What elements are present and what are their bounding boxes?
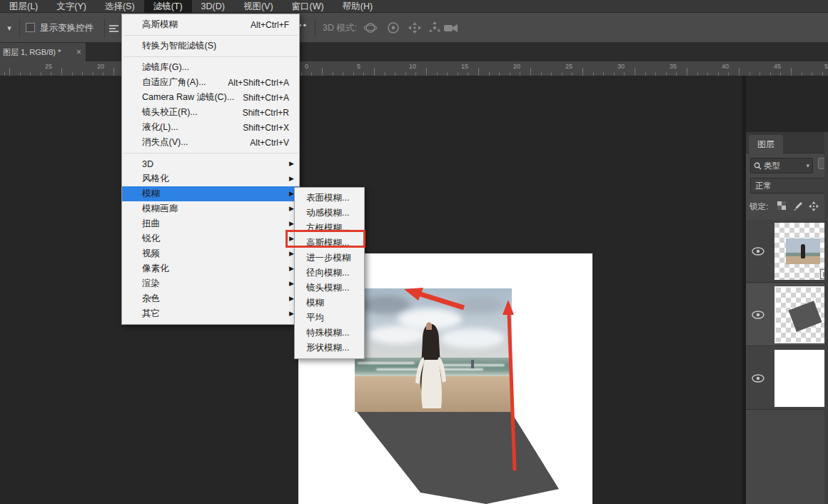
filter-menu-item[interactable]: 转换为智能滤镜(S) [122, 39, 299, 54]
menubar-item[interactable]: 选择(S) [96, 0, 144, 13]
blur-submenu-item[interactable]: 镜头模糊... [295, 281, 364, 296]
filter-menu-item[interactable]: 杂色▶ [122, 291, 299, 306]
zoom-3d-icon[interactable] [443, 21, 460, 38]
blur-submenu-item[interactable]: 高斯模糊... [295, 236, 364, 251]
tool-preset-dropdown[interactable]: ▾ [2, 20, 16, 36]
tab-layers[interactable]: 图层 [749, 135, 783, 153]
blur-submenu-item[interactable]: 径向模糊... [295, 266, 364, 281]
layer-thumbnail-shape[interactable] [774, 286, 828, 343]
lock-transparency-icon[interactable] [777, 201, 786, 211]
layer-row-background[interactable] [746, 347, 828, 410]
blur-submenu-item[interactable]: 平均 [295, 311, 364, 326]
ruler-label: 45 [774, 63, 781, 70]
filter-menu-item[interactable]: 消失点(V)...Alt+Ctrl+V [122, 135, 299, 150]
ruler-label: 30 [617, 63, 625, 70]
blend-mode-row: 正常 [746, 178, 828, 195]
filter-menu-item[interactable]: 扭曲▶ [122, 216, 299, 231]
blur-submenu-item[interactable]: 形状模糊... [295, 341, 364, 356]
slide-3d-icon[interactable] [427, 21, 443, 38]
chevron-down-icon: ▾ [806, 162, 809, 169]
photo-woman-figure [355, 288, 512, 412]
blend-mode-value: 正常 [755, 181, 772, 190]
rotate-3d-icon[interactable] [363, 21, 378, 38]
document-tab[interactable]: 图层 1, RGB/8) * × [0, 43, 86, 61]
filter-menu-item[interactable]: 镜头校正(R)...Shift+Ctrl+R [122, 105, 299, 120]
ruler-label: 25 [45, 63, 52, 70]
menubar-item[interactable]: 视图(V) [234, 0, 283, 13]
menubar-item[interactable]: 3D(D) [192, 0, 234, 13]
menu-item-shortcut: Alt+Ctrl+V [250, 138, 292, 148]
menubar-item[interactable]: 帮助(H) [333, 0, 382, 13]
menu-item-shortcut: Alt+Ctrl+F [251, 20, 292, 30]
menu-item-label: 模糊 [142, 188, 292, 200]
filter-menu-item[interactable]: 模糊画廊▶ [122, 201, 299, 216]
layer-filter-row: 类型 ▾ [746, 158, 828, 175]
menubar-item[interactable]: 图层(L) [0, 0, 47, 13]
submenu-arrow-icon: ▶ [289, 175, 294, 182]
menu-item-label: 杂色 [142, 293, 292, 305]
layer-thumbnail-white[interactable] [774, 350, 828, 407]
visibility-eye-icon[interactable] [752, 309, 764, 322]
filter-menu-item[interactable]: 视频▶ [122, 246, 299, 261]
lock-paint-icon[interactable] [793, 201, 802, 212]
ruler-label: 10 [409, 63, 416, 70]
layer-row-gray-shape[interactable] [746, 283, 828, 346]
submenu-arrow-icon: ▶ [289, 250, 294, 257]
lock-row: 锁定: [746, 199, 828, 215]
blend-mode-dropdown[interactable]: 正常 [750, 178, 828, 193]
filter-menu-item[interactable]: 风格化▶ [122, 171, 299, 186]
blur-submenu-item[interactable]: 表面模糊... [295, 191, 364, 206]
ruler-label: 0 [305, 63, 308, 70]
layer-thumbnail-photo[interactable] [774, 223, 828, 280]
submenu-arrow-icon: ▶ [289, 220, 294, 227]
3d-mode-label: 3D 模式: [323, 22, 357, 34]
blur-submenu-item[interactable]: 模糊 [295, 296, 364, 311]
filter-menu-item[interactable]: 像素化▶ [122, 261, 299, 276]
filter-menu-item[interactable]: 高斯模糊Alt+Ctrl+F [122, 17, 299, 32]
lock-label: 锁定: [749, 201, 768, 212]
menu-item-label: 转换为智能滤镜(S) [142, 40, 292, 52]
filter-menu-item[interactable]: 3D▶ [122, 156, 299, 171]
blur-submenu-item[interactable]: 进一步模糊 [295, 251, 364, 266]
ruler-label: 50 [824, 63, 828, 70]
submenu-arrow-icon: ▶ [289, 280, 294, 287]
roll-3d-icon[interactable] [385, 21, 401, 38]
menu-item-label: Camera Raw 滤镜(C)... [142, 91, 243, 104]
beach-photo-layer-content[interactable] [355, 288, 512, 412]
filter-menu-item[interactable]: 模糊▶ [122, 186, 299, 201]
menu-item-shortcut: Shift+Ctrl+X [243, 123, 292, 133]
filter-menu-item[interactable]: 渲染▶ [122, 276, 299, 291]
layer-row-smart-object[interactable] [746, 220, 828, 283]
filter-menu-item[interactable]: 液化(L)...Shift+Ctrl+X [122, 120, 299, 135]
menu-item-shortcut: Shift+Ctrl+R [243, 108, 292, 118]
menu-item-label: 像素化 [142, 263, 292, 275]
blur-submenu-item[interactable]: 特殊模糊... [295, 326, 364, 341]
drag-3d-icon[interactable] [407, 21, 423, 38]
show-transform-label: 显示变换控件 [40, 22, 94, 34]
filter-menu-item[interactable]: 锐化▶ [122, 231, 299, 246]
blur-submenu-popup: 表面模糊...动感模糊...方框模糊...高斯模糊...进一步模糊径向模糊...… [294, 187, 365, 359]
submenu-arrow-icon: ▶ [289, 265, 294, 272]
blur-submenu-item[interactable]: 动感模糊... [295, 206, 364, 221]
filter-menu-item[interactable]: 其它▶ [122, 306, 299, 321]
layer-filter-dropdown[interactable]: 类型 ▾ [750, 158, 813, 173]
show-transform-checkbox[interactable] [26, 23, 35, 32]
menu-item-label: 渲染 [142, 278, 292, 290]
photoshop-window: 图层(L)文字(Y)选择(S)滤镜(T)3D(D)视图(V)窗口(W)帮助(H)… [0, 0, 828, 504]
filter-menu-popup: 高斯模糊Alt+Ctrl+F转换为智能滤镜(S)滤镜库(G)...自适应广角(A… [121, 14, 300, 325]
ruler-label: 15 [461, 63, 468, 70]
align-icon[interactable] [109, 24, 120, 36]
menubar-item[interactable]: 滤镜(T) [144, 0, 192, 13]
lock-move-icon[interactable] [809, 201, 819, 213]
visibility-eye-icon[interactable] [752, 373, 764, 385]
menu-item-label: 镜头校正(R)... [142, 106, 243, 119]
filter-menu-item[interactable]: 滤镜库(G)... [122, 60, 299, 75]
filter-menu-item[interactable]: 自适应广角(A)...Alt+Shift+Ctrl+A [122, 75, 299, 90]
blur-submenu-item[interactable]: 方框模糊... [295, 221, 364, 236]
menubar-item[interactable]: 窗口(W) [283, 0, 333, 13]
close-icon[interactable]: × [76, 47, 81, 57]
menubar-item[interactable]: 文字(Y) [47, 0, 96, 13]
filter-menu-item[interactable]: Camera Raw 滤镜(C)...Shift+Ctrl+A [122, 90, 299, 105]
divider [315, 19, 315, 37]
visibility-eye-icon[interactable] [752, 246, 764, 258]
